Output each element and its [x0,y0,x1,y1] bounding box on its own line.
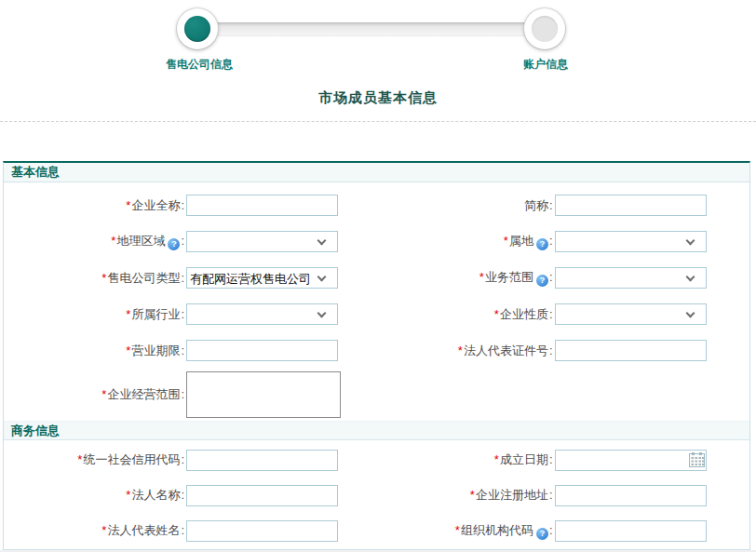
field-short-name: 简称: [377,195,750,216]
label-colon: : [181,488,184,502]
dashed-divider [0,121,756,122]
legal-person-name-input[interactable] [186,485,338,506]
required-asterisk: * [455,523,460,537]
chevron-down-icon [685,273,695,282]
field-label: *企业性质: [377,306,555,323]
field-label-text: 地理区域 [116,234,165,248]
required-asterisk: * [101,523,106,537]
help-icon[interactable]: ? [536,238,548,250]
field-label: *地理区域?: [4,233,186,250]
label-colon: : [549,270,553,284]
field-registered-address: *企业注册地址: [377,485,750,506]
form-row: *统一社会信用代码: *成立日期: [4,442,749,478]
field-label-text: 法人名称 [131,488,180,502]
legal-rep-name-input[interactable] [186,520,338,542]
industry-select[interactable] [186,303,338,325]
field-business-term: *营业期限: [4,340,377,361]
label-colon: : [181,523,184,537]
form-row: *售电公司类型: 有配网运营权售电公司 *业务范围?: [4,260,749,296]
page-title: 市场成员基本信息 [0,89,756,107]
section-header-basic: 基本信息 [4,163,749,182]
required-asterisk: * [504,234,508,248]
field-org-code: *组织机构代码?: [377,520,750,542]
help-icon[interactable]: ? [168,238,180,250]
chevron-down-icon [317,273,327,282]
date-field-wrapper [555,450,707,471]
field-label-text: 属地 [509,234,533,248]
legal-rep-id-input[interactable] [555,340,707,361]
field-operating-scope: *企业经营范围: [4,371,377,418]
field-label-text: 法人代表姓名 [107,523,180,537]
field-label: *售电公司类型: [4,270,186,287]
company-full-name-input[interactable] [186,195,338,216]
stepper-track [197,22,547,35]
basic-rows: *企业全称: 简称: *地理区域?: *属地?: *售电公司类型: 有配网运营权… [4,182,749,421]
step-circle-account-info [524,8,565,49]
help-icon[interactable]: ? [536,275,548,287]
help-icon[interactable]: ? [536,528,548,540]
required-asterisk: * [470,488,475,502]
short-name-input[interactable] [555,195,707,216]
field-label-text: 简称 [524,198,548,212]
required-asterisk: * [494,307,499,321]
field-label: 简称: [377,197,555,214]
field-label-text: 企业注册地址 [476,488,548,502]
org-code-input[interactable] [555,520,707,542]
chevron-down-icon [317,236,327,246]
form-row: *所属行业: *企业性质: [4,296,749,332]
label-colon: : [181,387,184,401]
calendar-icon[interactable] [689,452,705,467]
field-label-text: 业务范围 [485,270,533,284]
field-company-full-name: *企业全称: [4,195,377,216]
registered-address-input[interactable] [555,485,707,506]
form-row: *企业全称: 简称: [4,187,749,223]
label-colon: : [181,343,184,357]
select-value: 有配网运营权售电公司 [190,271,311,288]
field-label: *统一社会信用代码: [4,451,186,468]
business-scope-select[interactable] [555,267,707,289]
field-label: *成立日期: [377,451,555,468]
label-colon: : [181,307,184,321]
required-asterisk: * [101,271,106,285]
form-row: *企业经营范围: [4,369,749,421]
label-colon: : [181,234,184,248]
required-asterisk: * [458,343,463,357]
form-row: *法人代表姓名: *组织机构代码?: [4,513,749,548]
enterprise-nature-select[interactable] [555,303,707,325]
required-asterisk: * [494,452,499,466]
field-label-text: 企业全称 [131,198,180,212]
establish-date-input[interactable] [555,450,707,471]
form-row: *法人名称: *企业注册地址: [4,478,749,513]
field-label: *法人代表证件号: [377,343,555,359]
sell-company-type-select[interactable]: 有配网运营权售电公司 [186,267,338,289]
field-label-text: 企业性质 [500,307,548,321]
label-colon: : [549,488,553,502]
business-term-input[interactable] [186,340,338,361]
field-label: *组织机构代码?: [377,522,555,540]
label-colon: : [181,198,184,212]
field-label: *法人代表姓名: [4,522,186,539]
field-label-text: 组织机构代码 [461,523,533,537]
field-establish-date: *成立日期: [377,450,750,471]
operating-scope-textarea[interactable] [186,371,341,418]
field-label: *企业经营范围: [4,386,186,403]
field-legal-rep-name: *法人代表姓名: [4,520,377,542]
label-colon: : [549,452,553,466]
chevron-down-icon [317,309,327,318]
form-panel: 基本信息 *企业全称: 简称: *地理区域?: *属地?: [3,161,750,550]
required-asterisk: * [77,452,82,466]
field-label: *企业注册地址: [377,487,555,504]
credit-code-input[interactable] [186,450,338,471]
field-territory: *属地?: [377,231,750,252]
geo-region-select[interactable] [186,231,338,252]
required-asterisk: * [479,270,484,284]
section-header-business: 商务信息 [4,421,749,440]
field-label-text: 企业经营范围 [107,387,180,401]
field-label-text: 成立日期 [500,452,548,466]
required-asterisk: * [126,198,130,212]
field-sell-company-type: *售电公司类型: 有配网运营权售电公司 [4,267,377,289]
label-colon: : [549,523,553,537]
step-dot-inactive [532,16,558,42]
field-label: *属地?: [377,233,555,250]
territory-select[interactable] [555,231,707,252]
